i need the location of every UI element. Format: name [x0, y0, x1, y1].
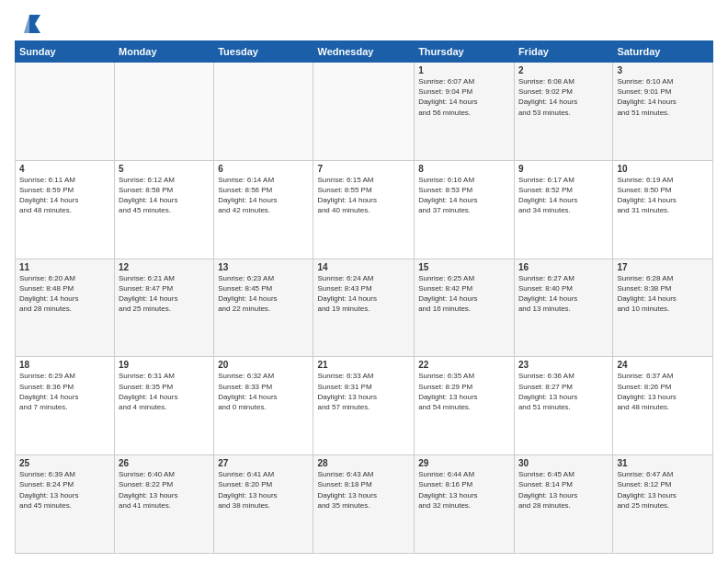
- calendar-cell: 20Sunrise: 6:32 AM Sunset: 8:33 PM Dayli…: [214, 357, 313, 455]
- day-number: 17: [617, 262, 709, 272]
- day-info: Sunrise: 6:19 AM Sunset: 8:50 PM Dayligh…: [617, 175, 709, 216]
- day-number: 6: [218, 164, 309, 174]
- calendar-cell: 16Sunrise: 6:27 AM Sunset: 8:40 PM Dayli…: [514, 259, 612, 357]
- day-number: 15: [418, 262, 510, 272]
- col-monday: Monday: [115, 41, 214, 63]
- day-number: 3: [617, 65, 709, 75]
- col-wednesday: Wednesday: [313, 41, 415, 63]
- calendar-cell: 30Sunrise: 6:45 AM Sunset: 8:14 PM Dayli…: [514, 455, 612, 554]
- day-number: 5: [119, 164, 210, 174]
- calendar-cell: 6Sunrise: 6:14 AM Sunset: 8:56 PM Daylig…: [214, 160, 313, 259]
- day-number: 11: [19, 262, 110, 272]
- day-number: 20: [218, 360, 309, 370]
- day-info: Sunrise: 6:07 AM Sunset: 9:04 PM Dayligh…: [418, 76, 510, 118]
- day-number: 8: [418, 164, 510, 174]
- day-number: 30: [518, 458, 609, 468]
- calendar-cell: [313, 63, 415, 161]
- day-number: 7: [317, 164, 410, 174]
- calendar-cell: 18Sunrise: 6:29 AM Sunset: 8:36 PM Dayli…: [16, 357, 115, 455]
- calendar-cell: 13Sunrise: 6:23 AM Sunset: 8:45 PM Dayli…: [214, 259, 313, 357]
- day-number: 19: [119, 360, 210, 370]
- day-number: 2: [518, 65, 609, 75]
- calendar-cell: 17Sunrise: 6:28 AM Sunset: 8:38 PM Dayli…: [613, 259, 713, 357]
- day-info: Sunrise: 6:37 AM Sunset: 8:26 PM Dayligh…: [617, 371, 709, 412]
- calendar-cell: 5Sunrise: 6:12 AM Sunset: 8:58 PM Daylig…: [115, 160, 214, 259]
- calendar-week-3: 11Sunrise: 6:20 AM Sunset: 8:48 PM Dayli…: [16, 259, 713, 357]
- calendar-cell: 15Sunrise: 6:25 AM Sunset: 8:42 PM Dayli…: [415, 259, 515, 357]
- day-number: 29: [418, 458, 510, 468]
- day-number: 16: [518, 262, 609, 272]
- calendar: Sunday Monday Tuesday Wednesday Thursday…: [15, 40, 713, 554]
- calendar-week-4: 18Sunrise: 6:29 AM Sunset: 8:36 PM Dayli…: [16, 357, 713, 455]
- day-number: 12: [119, 262, 210, 272]
- calendar-cell: 3Sunrise: 6:10 AM Sunset: 9:01 PM Daylig…: [613, 63, 713, 161]
- day-info: Sunrise: 6:12 AM Sunset: 8:58 PM Dayligh…: [119, 175, 210, 216]
- day-info: Sunrise: 6:29 AM Sunset: 8:36 PM Dayligh…: [19, 371, 110, 412]
- calendar-cell: 26Sunrise: 6:40 AM Sunset: 8:22 PM Dayli…: [115, 455, 214, 554]
- calendar-cell: 31Sunrise: 6:47 AM Sunset: 8:12 PM Dayli…: [613, 455, 713, 554]
- day-info: Sunrise: 6:17 AM Sunset: 8:52 PM Dayligh…: [518, 175, 609, 216]
- calendar-cell: 19Sunrise: 6:31 AM Sunset: 8:35 PM Dayli…: [115, 357, 214, 455]
- day-number: 28: [317, 458, 410, 468]
- calendar-cell: 23Sunrise: 6:36 AM Sunset: 8:27 PM Dayli…: [514, 357, 612, 455]
- day-info: Sunrise: 6:45 AM Sunset: 8:14 PM Dayligh…: [518, 469, 609, 511]
- day-number: 1: [418, 65, 510, 75]
- day-info: Sunrise: 6:23 AM Sunset: 8:45 PM Dayligh…: [218, 273, 309, 315]
- col-sunday: Sunday: [16, 41, 115, 63]
- day-info: Sunrise: 6:20 AM Sunset: 8:48 PM Dayligh…: [19, 273, 110, 315]
- day-info: Sunrise: 6:33 AM Sunset: 8:31 PM Dayligh…: [317, 371, 410, 412]
- day-number: 24: [617, 360, 709, 370]
- col-saturday: Saturday: [613, 41, 713, 63]
- logo: [15, 11, 42, 33]
- day-info: Sunrise: 6:27 AM Sunset: 8:40 PM Dayligh…: [518, 273, 609, 315]
- day-number: 26: [119, 458, 210, 468]
- calendar-cell: 8Sunrise: 6:16 AM Sunset: 8:53 PM Daylig…: [415, 160, 515, 259]
- calendar-cell: 7Sunrise: 6:15 AM Sunset: 8:55 PM Daylig…: [313, 160, 415, 259]
- day-info: Sunrise: 6:21 AM Sunset: 8:47 PM Dayligh…: [119, 273, 210, 315]
- day-number: 9: [518, 164, 609, 174]
- calendar-week-5: 25Sunrise: 6:39 AM Sunset: 8:24 PM Dayli…: [16, 455, 713, 554]
- calendar-cell: [214, 63, 313, 161]
- day-number: 10: [617, 164, 709, 174]
- header: [15, 11, 713, 33]
- calendar-cell: 11Sunrise: 6:20 AM Sunset: 8:48 PM Dayli…: [16, 259, 115, 357]
- day-info: Sunrise: 6:39 AM Sunset: 8:24 PM Dayligh…: [19, 469, 110, 511]
- calendar-cell: 14Sunrise: 6:24 AM Sunset: 8:43 PM Dayli…: [313, 259, 415, 357]
- day-info: Sunrise: 6:32 AM Sunset: 8:33 PM Dayligh…: [218, 371, 309, 412]
- day-number: 4: [19, 164, 110, 174]
- calendar-cell: 22Sunrise: 6:35 AM Sunset: 8:29 PM Dayli…: [415, 357, 515, 455]
- day-info: Sunrise: 6:36 AM Sunset: 8:27 PM Dayligh…: [518, 371, 609, 412]
- day-number: 21: [317, 360, 410, 370]
- calendar-cell: [115, 63, 214, 161]
- day-number: 27: [218, 458, 309, 468]
- calendar-cell: 27Sunrise: 6:41 AM Sunset: 8:20 PM Dayli…: [214, 455, 313, 554]
- col-friday: Friday: [514, 41, 612, 63]
- calendar-cell: 1Sunrise: 6:07 AM Sunset: 9:04 PM Daylig…: [415, 63, 515, 161]
- day-info: Sunrise: 6:44 AM Sunset: 8:16 PM Dayligh…: [418, 469, 510, 511]
- calendar-cell: 2Sunrise: 6:08 AM Sunset: 9:02 PM Daylig…: [514, 63, 612, 161]
- day-number: 14: [317, 262, 410, 272]
- day-number: 22: [418, 360, 510, 370]
- calendar-cell: 4Sunrise: 6:11 AM Sunset: 8:59 PM Daylig…: [16, 160, 115, 259]
- day-info: Sunrise: 6:25 AM Sunset: 8:42 PM Dayligh…: [418, 273, 510, 315]
- day-info: Sunrise: 6:14 AM Sunset: 8:56 PM Dayligh…: [218, 175, 309, 216]
- day-number: 13: [218, 262, 309, 272]
- day-number: 18: [19, 360, 110, 370]
- calendar-table: Sunday Monday Tuesday Wednesday Thursday…: [15, 40, 713, 554]
- calendar-cell: 21Sunrise: 6:33 AM Sunset: 8:31 PM Dayli…: [313, 357, 415, 455]
- day-info: Sunrise: 6:43 AM Sunset: 8:18 PM Dayligh…: [317, 469, 410, 511]
- day-number: 31: [617, 458, 709, 468]
- calendar-week-2: 4Sunrise: 6:11 AM Sunset: 8:59 PM Daylig…: [16, 160, 713, 259]
- svg-marker-1: [24, 15, 29, 33]
- calendar-body: 1Sunrise: 6:07 AM Sunset: 9:04 PM Daylig…: [16, 63, 713, 554]
- logo-flag-icon: [17, 11, 42, 37]
- day-info: Sunrise: 6:40 AM Sunset: 8:22 PM Dayligh…: [119, 469, 210, 511]
- day-info: Sunrise: 6:16 AM Sunset: 8:53 PM Dayligh…: [418, 175, 510, 216]
- calendar-cell: [16, 63, 115, 161]
- col-thursday: Thursday: [415, 41, 515, 63]
- day-info: Sunrise: 6:08 AM Sunset: 9:02 PM Dayligh…: [518, 76, 609, 118]
- svg-marker-0: [29, 15, 40, 33]
- page: Sunday Monday Tuesday Wednesday Thursday…: [0, 0, 728, 563]
- day-info: Sunrise: 6:35 AM Sunset: 8:29 PM Dayligh…: [418, 371, 510, 412]
- calendar-cell: 10Sunrise: 6:19 AM Sunset: 8:50 PM Dayli…: [613, 160, 713, 259]
